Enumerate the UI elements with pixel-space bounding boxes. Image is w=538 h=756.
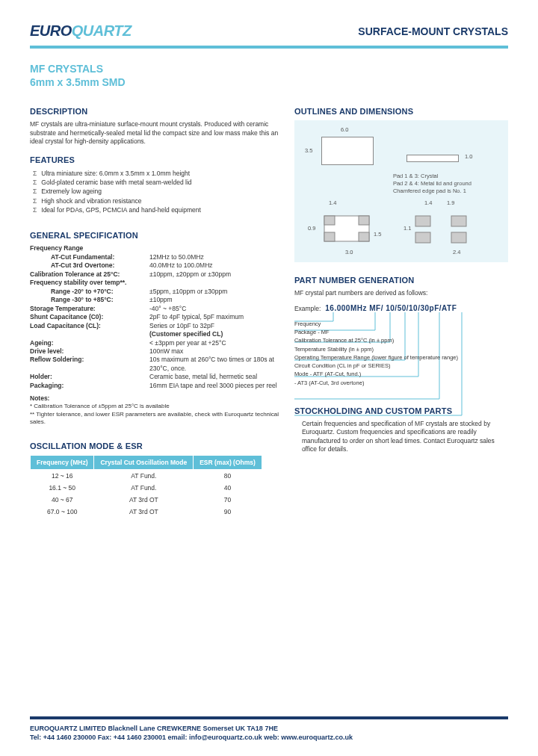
- dim-label: 1.9: [447, 199, 454, 206]
- feature-item: ΣIdeal for PDAs, GPS, PCMCIA and hand-he…: [33, 205, 281, 214]
- svg-rect-2: [359, 216, 369, 225]
- feature-item: ΣGold-plated ceramic base with metal sea…: [33, 178, 281, 187]
- pn-legend: Frequency Package - MF Calibration Toler…: [294, 317, 508, 387]
- svg-rect-6: [451, 216, 466, 226]
- dim-label: 2.4: [453, 249, 460, 255]
- spec-value: 12MHz to 50.0MHz: [149, 253, 281, 261]
- dim-label: 1.5: [374, 231, 381, 238]
- svg-rect-1: [324, 216, 335, 225]
- pn-legend-item: Mode - ATF (AT-Cut, fund.): [294, 370, 508, 378]
- bullet-icon: Σ: [33, 178, 37, 187]
- pn-legend-item: Calibration Tolerance at 25°C (in ± ppm): [294, 336, 508, 344]
- spec-label: Ageing:: [30, 339, 149, 347]
- pn-legend-item: Circuit Condition (CL in pF or SERIES): [294, 362, 508, 370]
- spec-label: Drive level:: [30, 347, 149, 356]
- dim-label: 6.0: [341, 126, 348, 133]
- dim-label: 1.0: [465, 153, 472, 160]
- td: 90: [194, 506, 262, 518]
- td: AT Fund.: [94, 469, 194, 482]
- table-row: 12 ~ 16AT Fund.80: [31, 469, 262, 482]
- spec-label: Storage Temperature:: [30, 305, 149, 313]
- product-title: MF CRYSTALS 6mm x 3.5mm SMD: [30, 62, 508, 89]
- outlines-heading: OUTLINES AND DIMENSIONS: [294, 107, 508, 116]
- features-heading: FEATURES: [30, 155, 281, 164]
- dim-label: 3.5: [305, 147, 312, 154]
- notes-heading: Notes:: [30, 394, 281, 403]
- description-heading: DESCRIPTION: [30, 107, 281, 116]
- feature-text: High shock and vibration resistance: [41, 196, 141, 205]
- osc-table: Frequency (MHz) Crystal Cut Oscillation …: [30, 455, 262, 518]
- pn-legend-item: Operating Temperature Range (lower figur…: [294, 353, 508, 362]
- svg-rect-5: [415, 216, 430, 226]
- dim-label: 1.1: [404, 225, 411, 232]
- pn-legend-item: Frequency: [294, 320, 508, 328]
- spec-value: 10s maximum at 260°C two times or 180s a…: [149, 356, 281, 373]
- product-line2: 6mm x 3.5mm SMD: [30, 75, 508, 89]
- pn-body: MF crystal part numbers are derived as f…: [294, 289, 508, 386]
- spec-label: Frequency stability over temp**.: [30, 279, 149, 287]
- outlines-diagram: 6.0 3.5 1.0 Pad 1 & 3: Crystal Pad 2 & 4…: [294, 120, 508, 262]
- svg-rect-7: [415, 232, 430, 243]
- footprint-icon: [309, 202, 392, 255]
- pad-note: Pad 2 & 4: Metal lid and ground: [393, 180, 471, 187]
- td: AT 3rd OT: [94, 506, 194, 518]
- td: 67.0 ~ 100: [31, 506, 94, 518]
- spec-label: Range -20° to +70°C:: [30, 288, 149, 296]
- footer: EUROQUARTZ LIMITED Blacknell Lane CREWKE…: [30, 716, 508, 743]
- header: EUROQUARTZ SURFACE-MOUNT CRYSTALS: [30, 22, 508, 40]
- table-header-row: Frequency (MHz) Crystal Cut Oscillation …: [31, 455, 262, 469]
- features-list: ΣUltra miniature size: 6.0mm x 3.5mm x 1…: [30, 169, 281, 215]
- pn-intro: MF crystal part numbers are derived as f…: [294, 289, 508, 297]
- spec-value: ±5ppm, ±10ppm or ±30ppm: [149, 288, 281, 296]
- spec-value: ±10ppm: [149, 296, 281, 304]
- logo: EUROQUARTZ: [30, 22, 132, 40]
- td: 40: [194, 482, 262, 494]
- pn-legend-item: Package - MF: [294, 328, 508, 336]
- spec-label: AT-Cut 3rd Overtone:: [30, 261, 149, 270]
- spec-value: < ±3ppm per year at +25°C: [149, 339, 281, 347]
- pn-example-label: Example:: [294, 305, 321, 312]
- svg-rect-3: [324, 232, 335, 241]
- td: 40 ~ 67: [31, 494, 94, 506]
- stock-text: Certain frequencies and specification of…: [294, 420, 508, 454]
- td: 12 ~ 16: [31, 469, 94, 482]
- footer-line1: EUROQUARTZ LIMITED Blacknell Lane CREWKE…: [30, 724, 508, 734]
- spec-label: Packaging:: [30, 382, 149, 390]
- th-freq: Frequency (MHz): [31, 455, 94, 469]
- dim-label: 1.4: [424, 199, 432, 206]
- pn-legend-item: - AT3 (AT-Cut, 3rd overtone): [294, 379, 508, 387]
- svg-rect-4: [359, 232, 369, 241]
- spec-value: -40° ~ +85°C: [149, 305, 281, 313]
- dim-label: 0.9: [308, 225, 315, 232]
- genspec-body: Frequency Range AT-Cut Fundamental:12MHz…: [30, 244, 281, 390]
- table-row: 40 ~ 67AT 3rd OT70: [31, 494, 262, 506]
- spec-label: Holder:: [30, 373, 149, 381]
- spec-value: Series or 10pF to 32pF: [149, 322, 281, 330]
- footer-line2: Tel: +44 1460 230000 Fax: +44 1460 23000…: [30, 733, 508, 743]
- bullet-icon: Σ: [33, 169, 37, 178]
- feature-item: ΣHigh shock and vibration resistance: [33, 196, 281, 205]
- product-line1: MF CRYSTALS: [30, 62, 508, 75]
- td: 16.1 ~ 50: [31, 482, 94, 494]
- dim-label: 1.4: [329, 199, 336, 206]
- pad-note: Chamfered edge pad is No. 1: [393, 188, 466, 194]
- spec-label: Reflow Soldering:: [30, 356, 149, 373]
- th-mode: Crystal Cut Oscillation Mode: [94, 455, 194, 469]
- pn-example-value: 16.000MHz MF/ 10/50/10/30pF/ATF: [325, 304, 457, 312]
- spec-label: Shunt Capacitance (C0):: [30, 313, 149, 321]
- bullet-icon: Σ: [33, 196, 37, 205]
- description-text: MF crystals are ultra-miniature surface-…: [30, 120, 281, 146]
- spec-label: Range -30° to +85°C:: [30, 296, 149, 304]
- spec-value: 40.0MHz to 100.0MHz: [149, 261, 281, 270]
- th-esr: ESR (max) (Ohms): [194, 455, 262, 469]
- header-rule: [30, 46, 508, 49]
- spec-label: Frequency Range: [30, 244, 149, 252]
- note-text: * Calibration Tolerance of ±5ppm at 25°C…: [30, 403, 281, 410]
- logo-euro: EURO: [30, 22, 72, 39]
- spec-label: Calibration Tolerance at 25°C:: [30, 270, 149, 279]
- spec-label: Load Capacitance (CL):: [30, 322, 149, 330]
- dim-label: 3.0: [345, 249, 353, 255]
- feature-text: Ultra miniature size: 6.0mm x 3.5mm x 1.…: [41, 169, 190, 178]
- td: 70: [194, 494, 262, 506]
- spec-label: AT-Cut Fundamental:: [30, 253, 149, 261]
